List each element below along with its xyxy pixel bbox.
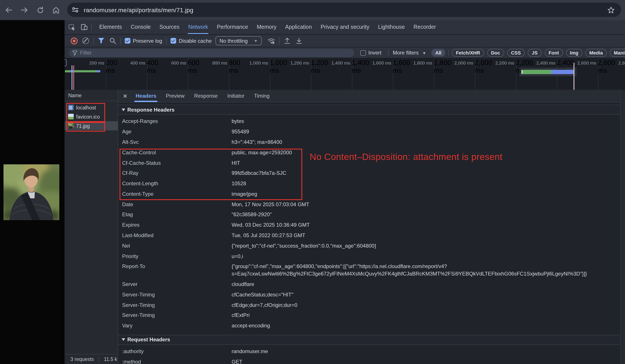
import-har-button[interactable] — [284, 37, 290, 44]
invert-checkbox[interactable]: Invert — [360, 50, 381, 56]
gridline: 1,400 ms — [352, 59, 352, 91]
header-value: cloudflare — [232, 281, 254, 288]
load-event-line — [73, 65, 74, 91]
home-icon — [52, 6, 60, 14]
name-column-header[interactable]: Name — [64, 90, 118, 101]
waterfall-bar-71jpg[interactable] — [521, 70, 574, 74]
triangle-down-icon — [122, 108, 125, 111]
detail-tab[interactable]: Headers — [131, 90, 161, 102]
record-network-log-button[interactable] — [68, 37, 80, 44]
clear-network-log-button[interactable] — [80, 37, 91, 44]
disable-cache-checkbox[interactable]: Disable cache — [171, 38, 212, 44]
filter-chip[interactable]: All — [431, 49, 445, 57]
close-detail-button[interactable]: ✕ — [120, 90, 131, 102]
download-icon — [296, 37, 302, 44]
header-value: Mon, 17 Nov 2025 07:03:04 GMT — [232, 201, 309, 208]
header-key: Cf-Ray — [122, 170, 232, 177]
devtools-tabs: ElementsConsoleSourcesNetworkPerformance… — [95, 20, 440, 34]
filter-input[interactable] — [79, 49, 323, 56]
timeline-tick-label: 600 ms — [154, 60, 186, 65]
device-toolbar-icon — [80, 24, 88, 30]
tune-icon — [71, 6, 79, 14]
header-row: Age 955489 — [118, 127, 625, 137]
omnibox[interactable]: randomuser.me/api/portraits/men/71.jpg — [67, 3, 621, 17]
detail-tab[interactable]: Response — [189, 90, 222, 102]
gridline: 1,800 ms — [434, 59, 434, 91]
header-key: Cache-Control — [122, 149, 232, 156]
devtools-tab[interactable]: Network — [184, 20, 213, 34]
gridline: 1,000 ms — [270, 59, 270, 91]
devtools-tab[interactable]: Elements — [95, 20, 126, 34]
header-key: Cf-Cache-Status — [122, 159, 232, 167]
header-row: Server-Timing cfExtPri — [118, 310, 625, 321]
site-settings-button[interactable] — [68, 3, 82, 16]
network-overview-timeline[interactable]: 200 ms400 ms600 ms800 ms1,000 ms1,200 ms… — [64, 59, 625, 91]
filter-chip[interactable]: Font — [545, 49, 563, 57]
scrollbar[interactable] — [620, 90, 625, 364]
detail-tab[interactable]: Preview — [161, 90, 189, 102]
section-title: Request Headers — [127, 336, 170, 343]
detail-tab[interactable]: Timing — [249, 90, 274, 102]
devtools-tab[interactable]: Console — [126, 20, 155, 34]
divider — [98, 356, 99, 362]
header-row: Nel {"report_to":"cf-nel","success_fract… — [118, 241, 625, 251]
export-har-button[interactable] — [296, 37, 302, 44]
filter-chip[interactable]: Manifest — [610, 49, 625, 57]
request-type-icon — [68, 105, 73, 110]
header-value: {"group":"cf-nel","max_age":604800,"endp… — [232, 263, 587, 278]
request-name: favicon.ico — [76, 114, 100, 119]
url-text[interactable]: randomuser.me/api/portraits/men/71.jpg — [84, 6, 604, 13]
devtools-tabbar: ElementsConsoleSourcesNetworkPerformance… — [64, 20, 625, 34]
request-row[interactable]: favicon.ico — [64, 112, 118, 121]
reload-button[interactable] — [34, 4, 46, 16]
devtools-panel: ElementsConsoleSourcesNetworkPerformance… — [64, 20, 625, 364]
forward-button[interactable] — [18, 4, 31, 16]
search-button[interactable] — [109, 37, 116, 44]
throttling-select[interactable]: No throttling ▼ — [216, 36, 262, 45]
close-icon: ✕ — [123, 93, 127, 99]
header-value: image/jpeg — [232, 190, 257, 198]
more-filters-button[interactable]: More filters ▼ — [393, 50, 426, 56]
request-headers-section[interactable]: Request Headers — [118, 334, 625, 345]
gridline: 600 ms — [188, 59, 188, 91]
request-name: 71.jpg — [76, 123, 90, 128]
devtools-tab[interactable]: Memory — [252, 20, 281, 34]
overview-window-handle[interactable] — [64, 59, 67, 66]
filter-chip[interactable]: JS — [528, 49, 541, 57]
devtools-tab[interactable]: Application — [281, 20, 316, 34]
header-value: Wed, 03 Dec 2025 10:36:49 GMT — [232, 221, 310, 229]
header-key: Server-Timing — [122, 302, 232, 309]
filter-chip[interactable]: Fetch/XHR — [452, 49, 484, 57]
request-list-pane: Name localhost favicon.ico — [64, 90, 118, 364]
detail-tab[interactable]: Initiator — [222, 90, 249, 102]
filter-chip[interactable]: Img — [566, 49, 582, 57]
request-row[interactable]: 71.jpg — [64, 121, 118, 130]
header-row: Alt-Svc h3=":443"; ma=86400 — [118, 137, 625, 148]
devtools-tab[interactable]: Privacy and security — [316, 20, 374, 34]
gridline: 400 ms — [147, 59, 147, 91]
header-key: Expires — [122, 221, 232, 229]
response-headers-list: Accept-Ranges bytes Age 955489 Alt-Svc h… — [118, 116, 625, 331]
timeline-tick-label: 1,000 ms — [236, 60, 268, 65]
device-toolbar-button[interactable] — [79, 22, 89, 32]
preserve-log-checkbox[interactable]: Preserve log — [125, 38, 162, 44]
divider — [93, 37, 94, 44]
header-key: Server-Timing — [122, 312, 232, 319]
inspect-element-button[interactable] — [66, 22, 77, 32]
network-conditions-button[interactable] — [267, 37, 275, 44]
devtools-tab[interactable]: Sources — [155, 20, 184, 34]
filter-toggle-button[interactable] — [98, 38, 104, 44]
request-row[interactable]: localhost — [64, 103, 118, 112]
header-row: Server-Timing cfEdge;dur=7,cfOrigin;dur=… — [118, 300, 625, 311]
response-headers-section[interactable]: Response Headers — [118, 105, 625, 115]
home-button[interactable] — [50, 4, 62, 16]
filter-chip[interactable]: CSS — [507, 49, 525, 57]
devtools-tab[interactable]: Lighthouse — [374, 20, 409, 34]
filter-chip[interactable]: Doc — [487, 49, 504, 57]
filter-chip[interactable]: Media — [585, 49, 607, 57]
header-value: cfExtPri — [232, 312, 250, 319]
devtools-tab[interactable]: Performance — [212, 20, 252, 34]
bookmark-button[interactable] — [604, 3, 618, 16]
back-button[interactable] — [3, 4, 15, 16]
devtools-tab[interactable]: Recorder — [409, 20, 440, 34]
